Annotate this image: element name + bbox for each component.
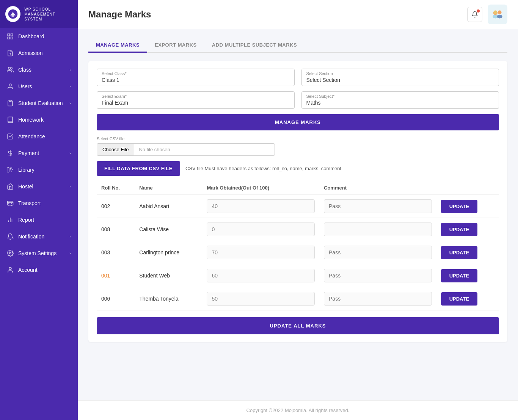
mark-cell: [202, 241, 319, 264]
svg-rect-4: [8, 37, 9, 39]
page-title: Manage Marks: [88, 9, 151, 20]
comment-input[interactable]: [324, 199, 432, 213]
sidebar-item-attendance[interactable]: Attendance: [0, 128, 78, 145]
fill-data-button[interactable]: FILL DATA FROM CSV FILE: [97, 161, 180, 176]
update-all-marks-button[interactable]: UPDATE ALL MARKS: [97, 317, 499, 334]
tab-export-marks[interactable]: EXPORT MARKS: [147, 38, 204, 53]
sidebar-item-dashboard[interactable]: Dashboard: [0, 28, 78, 45]
sidebar-item-student-evaluation[interactable]: Student Evaluation ›: [0, 95, 78, 111]
student-name: Aabid Ansari: [135, 195, 202, 218]
sidebar-item-label: System Settings: [18, 250, 57, 256]
main-content: Manage Marks: [78, 0, 518, 420]
tab-add-multiple[interactable]: ADD MULTIPLE SUBJECT MARKS: [204, 38, 305, 53]
table-column-header: [436, 181, 499, 195]
sidebar-item-admission[interactable]: Admission: [0, 45, 78, 61]
sidebar-item-class[interactable]: Class ›: [0, 61, 78, 78]
sidebar-item-hostel[interactable]: Hostel ›: [0, 178, 78, 195]
tabs-bar: MANAGE MARKSEXPORT MARKSADD MULTIPLE SUB…: [88, 38, 507, 53]
update-button[interactable]: UPDATE: [441, 223, 477, 236]
user-avatar[interactable]: [488, 5, 507, 24]
notification-dot: [477, 9, 480, 13]
mark-input[interactable]: [207, 292, 315, 306]
update-button[interactable]: UPDATE: [441, 200, 477, 213]
comment-cell: [319, 241, 436, 264]
select-section-input[interactable]: [306, 77, 494, 83]
sidebar-item-label: Class: [18, 67, 31, 73]
update-button[interactable]: UPDATE: [441, 292, 477, 306]
update-button[interactable]: UPDATE: [441, 246, 477, 259]
gear-icon: [7, 250, 14, 257]
mark-input[interactable]: [207, 199, 315, 213]
select-subject-input[interactable]: [306, 100, 494, 106]
mark-input[interactable]: [207, 246, 315, 259]
sidebar-item-library[interactable]: Library: [0, 161, 78, 178]
action-cell: UPDATE: [436, 287, 499, 310]
chevron-right-icon: ›: [69, 234, 71, 239]
svg-point-24: [498, 11, 502, 14]
sidebar-item-notification[interactable]: Notification ›: [0, 228, 78, 245]
csv-file-row: Choose File No file chosen: [97, 143, 275, 156]
sidebar-item-account[interactable]: Account: [0, 262, 78, 278]
svg-point-13: [9, 204, 9, 204]
select-exam-label: Select Exam*: [102, 94, 290, 99]
bus-icon: [7, 200, 14, 207]
chevron-right-icon: ›: [69, 251, 71, 255]
tab-manage-marks[interactable]: MANAGE MARKS: [88, 38, 147, 53]
mark-input[interactable]: [207, 269, 315, 282]
sidebar-item-transport[interactable]: Transport: [0, 195, 78, 212]
sidebar-item-homework[interactable]: Homework: [0, 111, 78, 128]
sidebar: WP SCHOOL MANAGEMENT SYSTEM Dashboard Ad…: [0, 0, 78, 420]
table-row: 001Student WebUPDATE: [97, 264, 499, 287]
form-row-2: Select Exam* Select Subject*: [97, 91, 499, 109]
comment-cell: [319, 195, 436, 218]
svg-point-8: [8, 67, 11, 69]
comment-input[interactable]: [324, 246, 432, 259]
check-square-icon: [7, 133, 14, 140]
sidebar-item-label: Student Evaluation: [18, 100, 63, 106]
sidebar-item-users[interactable]: Users ›: [0, 78, 78, 95]
sidebar-item-report[interactable]: Report: [0, 212, 78, 228]
select-class-label: Select Class*: [102, 71, 290, 76]
select-exam-input[interactable]: [102, 100, 290, 106]
select-class-input[interactable]: [102, 77, 290, 83]
action-cell: UPDATE: [436, 218, 499, 241]
form-row-1: Select Class* Select Section: [97, 69, 499, 86]
comment-input[interactable]: [324, 292, 432, 306]
sidebar-item-payment[interactable]: Payment ›: [0, 145, 78, 161]
svg-rect-3: [11, 34, 13, 36]
building-icon: [7, 183, 14, 190]
grid-icon: [7, 33, 14, 40]
account-icon: [7, 266, 14, 273]
manage-marks-button[interactable]: MANAGE MARKS: [97, 114, 499, 130]
svg-point-25: [497, 15, 502, 19]
comment-input[interactable]: [324, 223, 432, 236]
sidebar-item-label: Library: [18, 167, 35, 173]
choose-file-button[interactable]: Choose File: [97, 144, 134, 155]
svg-rect-1: [12, 15, 14, 17]
table-row: 002Aabid AnsariUPDATE: [97, 195, 499, 218]
notification-button[interactable]: [467, 7, 482, 22]
svg-point-9: [9, 84, 11, 86]
chart-icon: [7, 216, 14, 223]
table-column-header: Mark Obtained(Out Of 100): [202, 181, 319, 195]
mark-input[interactable]: [207, 223, 315, 236]
mark-cell: [202, 287, 319, 310]
chevron-right-icon: ›: [69, 84, 71, 89]
app-name: WP SCHOOL MANAGEMENT SYSTEM: [24, 7, 72, 22]
marks-table: Roll No.NameMark Obtained(Out Of 100)Com…: [97, 181, 499, 310]
sidebar-logo[interactable]: WP SCHOOL MANAGEMENT SYSTEM: [0, 0, 78, 28]
svg-point-22: [494, 11, 498, 14]
footer-text: Copyright ©2022 Mojoomla. All rights res…: [246, 407, 350, 413]
svg-point-19: [9, 267, 11, 270]
topbar: Manage Marks: [78, 0, 518, 29]
comment-input[interactable]: [324, 269, 432, 282]
svg-point-14: [11, 204, 12, 204]
file-name-text: No file chosen: [134, 144, 174, 155]
table-row: 006Themba TonyelaUPDATE: [97, 287, 499, 310]
update-button[interactable]: UPDATE: [441, 269, 477, 282]
table-column-header: Roll No.: [97, 181, 135, 195]
table-row: 003Carlington princeUPDATE: [97, 241, 499, 264]
roll-number: 008: [97, 218, 135, 241]
sidebar-item-system-settings[interactable]: System Settings ›: [0, 245, 78, 262]
student-name: Calista Wise: [135, 218, 202, 241]
